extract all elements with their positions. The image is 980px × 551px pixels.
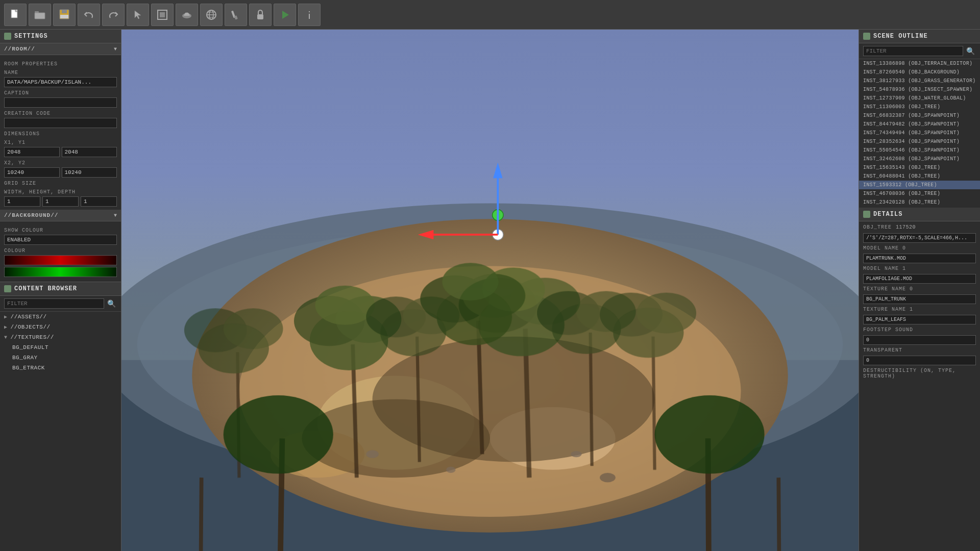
outline-item-11[interactable]: INST_32462608 (OBJ_SPAWNPOINT) [859,155,980,163]
outline-item-2[interactable]: INST_38127933 (OBJ_GRASS_GENERATOR) [859,77,980,85]
footstep-sound-input[interactable] [863,335,976,345]
outline-item-15[interactable]: INST_46708036 (OBJ_TREE) [859,189,980,198]
select-btn[interactable] [127,4,149,26]
content-browser-filter[interactable] [4,298,104,309]
new-file-btn[interactable] [4,4,27,26]
lock-btn[interactable] [249,4,272,26]
svg-line-65 [200,478,202,551]
footstep-sound-label: FOOTSTEP SOUND [863,327,976,333]
tree-item-bg-etrack[interactable]: BG_ETRACK [0,363,121,373]
depth-input[interactable] [81,196,117,207]
model-name-0-label: MODEL NAME 0 [863,245,976,251]
details-header: DETAILS [859,208,980,221]
name-input[interactable] [4,77,117,87]
svg-point-46 [442,263,499,300]
svg-rect-5 [62,10,67,13]
settings-icon [4,33,11,40]
caption-input[interactable] [4,97,117,108]
color-bar-green[interactable] [4,267,117,277]
whd-row [4,196,117,207]
y2-input[interactable] [62,167,117,178]
content-browser-header: CONTENT BROWSER [0,282,121,296]
paint-btn[interactable] [225,4,247,26]
transparent-input[interactable] [863,356,976,365]
tree-item-bg-default[interactable]: BG_DEFAULT [0,342,121,353]
outline-item-16[interactable]: INST_23420128 (OBJ_TREE) [859,198,980,207]
open-file-btn[interactable] [29,4,51,26]
scene-outline-search-btn[interactable]: 🔍 [965,46,976,56]
stack-btn[interactable] [151,4,174,26]
redo-btn[interactable] [102,4,125,26]
tree-item-bg-gray[interactable]: BG_GRAY [0,353,121,363]
grid-size-label: GRID SIZE [4,181,117,186]
svg-point-68 [655,395,765,474]
show-colour-input[interactable] [4,235,117,245]
room-properties-section: ROOM PROPERTIES NAME CAPTION CREATION CO… [0,55,121,210]
outline-item-12[interactable]: INST_15635143 (OBJ_TREE) [859,163,980,172]
transparent-label: TRANSPARENT [863,347,976,353]
textures-label: //TEXTURES// [11,334,54,340]
globe-btn[interactable] [200,4,223,26]
viewport[interactable] [121,30,859,551]
details-content: OBJ_TREE 117520 MODEL NAME 0 MODEL NAME … [859,221,980,384]
save-file-btn[interactable] [53,4,76,26]
scene-outline-filter[interactable] [863,46,963,56]
outline-item-8[interactable]: INST_74349494 (OBJ_SPAWNPOINT) [859,129,980,137]
tree-item-assets[interactable]: ▶ //ASSETS// [0,312,121,322]
outline-item-1[interactable]: INST_87260540 (OBJ_BACKGROUND) [859,68,980,77]
content-browser-title: CONTENT BROWSER [14,285,77,292]
outline-item-3[interactable]: INST_54878936 (OBJ_INSECT_SPAWNER) [859,85,980,94]
creation-code-input[interactable] [4,118,117,128]
x2y2-label: X2, Y2 [4,160,117,166]
content-browser-search-btn[interactable]: 🔍 [106,298,117,309]
model-name-1-input[interactable] [863,274,976,284]
svg-rect-3 [35,13,45,19]
outline-item-0[interactable]: INST_13386898 (OBJ_TERRAIN_EDITOR) [859,59,980,68]
outline-item-6[interactable]: INST_66832387 (OBJ_SPAWNPOINT) [859,111,980,120]
texture-name-0-input[interactable] [863,294,976,304]
svg-point-70 [446,467,455,473]
background-collapse-arrow: ▼ [114,213,117,218]
textures-arrow: ▼ [4,335,8,340]
x1-input[interactable] [4,147,60,157]
texture-name-1-input[interactable] [863,315,976,324]
assets-label: //ASSETS// [11,314,47,320]
y1-input[interactable] [62,147,117,157]
whd-label: WIDTH, HEIGHT, DEPTH [4,189,117,195]
outline-item-13[interactable]: INST_60488041 (OBJ_TREE) [859,172,980,181]
creation-code-details-input[interactable] [863,233,976,243]
model-name-0-input[interactable] [863,254,976,263]
room-section-header[interactable]: //ROOM// ▼ [0,43,121,55]
background-section-header[interactable]: //BACKGROUND// ▼ [0,210,121,221]
toolbar [0,0,980,30]
height-input[interactable] [42,196,79,207]
x2-input[interactable] [4,167,60,178]
outline-item-7[interactable]: INST_84479482 (OBJ_SPAWNPOINT) [859,120,980,129]
outline-item-14[interactable]: INST_1593312 (OBJ_TREE) [859,181,980,189]
left-panel: SETTINGS //ROOM// ▼ ROOM PROPERTIES NAME… [0,30,121,551]
scene-outline-title: SCENE OUTLINE [873,33,928,40]
objects-label: //OBJECTS// [11,324,51,330]
x1y1-row [4,147,117,157]
svg-point-41 [315,286,375,325]
width-input[interactable] [4,196,40,207]
svg-point-69 [366,450,379,458]
info-btn[interactable] [298,4,321,26]
tree-item-textures[interactable]: ▼ //TEXTURES// [0,332,121,342]
outline-item-4[interactable]: INST_12737909 (OBJ_WATER_GLOBAL) [859,94,980,103]
play-btn[interactable] [274,4,296,26]
room-collapse-arrow: ▼ [114,46,117,52]
outline-item-10[interactable]: INST_55054546 (OBJ_SPAWNPOINT) [859,146,980,155]
tree-item-objects[interactable]: ▶ //OBJECTS// [0,322,121,332]
terrain-btn[interactable] [176,4,198,26]
x2y2-row [4,167,117,178]
undo-btn[interactable] [78,4,100,26]
outline-item-9[interactable]: INST_28352634 (OBJ_SPAWNPOINT) [859,137,980,146]
content-browser-tree: ▶ //ASSETS// ▶ //OBJECTS// ▼ //TEXTURES/… [0,312,121,373]
obj-tree-label: OBJ_TREE [863,224,892,230]
show-colour-label: SHOW COLOUR [4,228,117,233]
color-bar-red[interactable] [4,255,117,265]
outline-item-5[interactable]: INST_11306003 (OBJ_TREE) [859,103,980,111]
assets-arrow: ▶ [4,314,8,320]
background-header-label: //BACKGROUND// [4,212,58,218]
